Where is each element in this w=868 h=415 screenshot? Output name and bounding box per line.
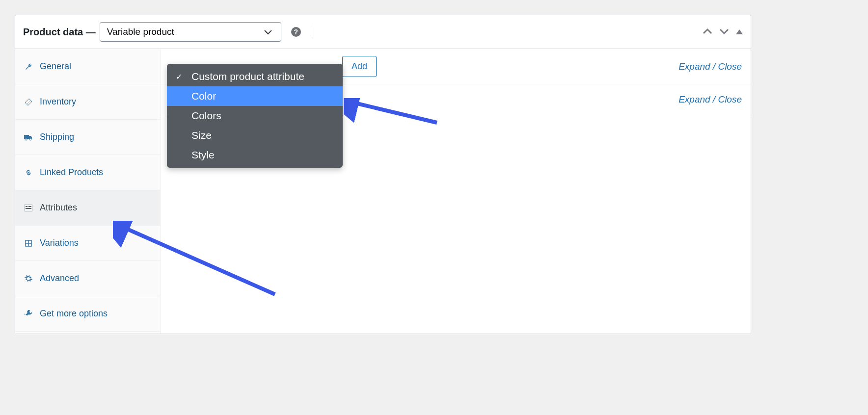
panel-title: Product data — [23, 26, 96, 38]
gear-icon [24, 275, 33, 283]
sidebar-item-attributes[interactable]: Attributes [15, 190, 160, 226]
svg-rect-6 [26, 208, 31, 209]
plug-icon [24, 310, 33, 318]
panel-header: Product data — Variable product ? [15, 15, 751, 49]
panel-toggles [703, 28, 743, 36]
check-icon: ✓ [176, 72, 182, 81]
sidebar-item-label: Variations [40, 238, 79, 248]
sidebar-item-general[interactable]: General [15, 49, 160, 84]
sidebar-item-advanced[interactable]: Advanced [15, 261, 160, 296]
expand-close-link[interactable]: Expand / Close [678, 94, 742, 105]
ruler-icon [24, 98, 33, 106]
dropdown-item-size[interactable]: Size [167, 126, 343, 145]
product-data-panel: Product data — Variable product ? [15, 15, 751, 334]
dropdown-item-label: Colors [191, 110, 221, 121]
sidebar-item-label: Inventory [40, 97, 76, 107]
dropdown-item-label: Custom product attribute [191, 71, 304, 82]
attribute-dropdown[interactable]: ✓ Custom product attribute Color Colors … [167, 64, 343, 168]
product-type-value: Variable product [107, 26, 174, 37]
sidebar-item-inventory[interactable]: Inventory [15, 84, 160, 120]
expand-close-link[interactable]: Expand / Close [678, 61, 742, 72]
sidebar-item-label: Shipping [40, 132, 74, 142]
add-button[interactable]: Add [342, 56, 377, 77]
svg-rect-5 [28, 206, 31, 207]
sidebar-item-variations[interactable]: Variations [15, 226, 160, 261]
triangle-up-icon[interactable] [736, 29, 743, 34]
list-icon [24, 205, 33, 211]
sidebar-item-label: General [40, 61, 71, 72]
dropdown-item-color[interactable]: Color [167, 86, 343, 106]
separator [312, 26, 312, 38]
sidebar-item-label: Linked Products [40, 167, 103, 178]
grid-icon [24, 240, 33, 247]
panel-body: General Inventory Shipping Linked Produc… [15, 49, 751, 334]
truck-icon [24, 134, 33, 141]
dropdown-item-label: Size [191, 130, 212, 141]
svg-point-1 [25, 138, 27, 140]
dropdown-item-colors[interactable]: Colors [167, 106, 343, 126]
svg-point-2 [29, 138, 31, 140]
svg-rect-4 [26, 206, 27, 207]
dropdown-item-custom[interactable]: ✓ Custom product attribute [167, 67, 343, 86]
product-type-select[interactable]: Variable product [100, 22, 281, 42]
sidebar-item-get-more[interactable]: Get more options [15, 296, 160, 332]
dropdown-item-label: Color [191, 90, 216, 102]
link-icon [24, 169, 33, 177]
chevron-down-icon[interactable] [719, 28, 729, 36]
sidebar-item-shipping[interactable]: Shipping [15, 120, 160, 155]
chevron-down-icon [264, 26, 272, 37]
wrench-icon [24, 63, 33, 71]
sidebar-item-label: Attributes [40, 203, 77, 213]
dropdown-item-label: Style [191, 149, 215, 160]
chevron-up-icon[interactable] [703, 28, 712, 36]
sidebar: General Inventory Shipping Linked Produc… [15, 49, 161, 334]
sidebar-item-linked-products[interactable]: Linked Products [15, 155, 160, 190]
sidebar-item-label: Advanced [40, 273, 79, 284]
sidebar-item-label: Get more options [40, 309, 108, 319]
dropdown-item-style[interactable]: Style [167, 145, 343, 165]
help-icon[interactable]: ? [291, 27, 301, 37]
